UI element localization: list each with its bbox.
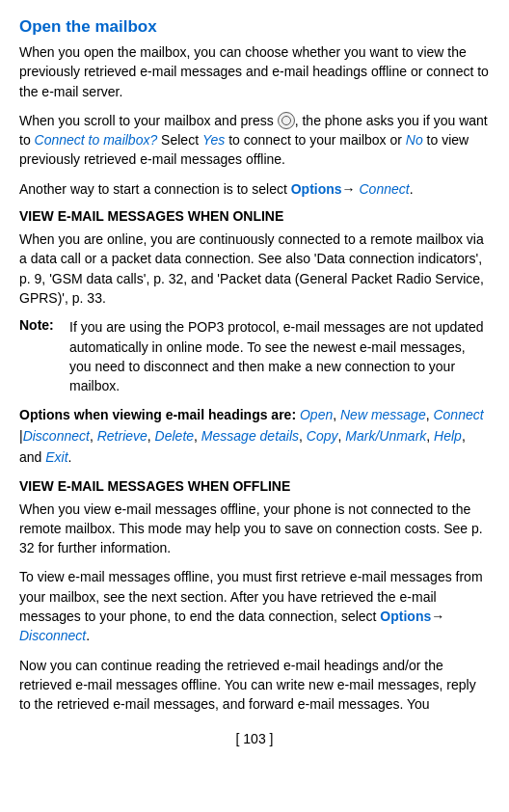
note-label: Note: — [19, 317, 69, 395]
option-disconnect[interactable]: Disconnect — [23, 428, 90, 444]
option-message-details[interactable]: Message details — [201, 428, 299, 444]
section-offline-para3: Now you can continue reading the retriev… — [19, 656, 490, 715]
option-delete[interactable]: Delete — [155, 428, 194, 444]
option-exit[interactable]: Exit — [45, 449, 67, 465]
section-offline-para1: When you view e-mail messages offline, y… — [19, 500, 490, 558]
note-content: If you are using the POP3 protocol, e-ma… — [69, 317, 490, 395]
options-line: Options when viewing e-mail headings are… — [19, 405, 490, 468]
option-new-message[interactable]: New message — [340, 407, 426, 422]
page-footer: [ 103 ] — [19, 731, 490, 746]
options-link-2[interactable]: Options — [380, 609, 431, 624]
option-connect[interactable]: Connect — [433, 407, 483, 422]
option-copy[interactable]: Copy — [307, 428, 338, 444]
section-heading-offline: VIEW E-MAIL MESSAGES WHEN OFFLINE — [19, 478, 490, 494]
paragraph-2: When you scroll to your mailbox and pres… — [19, 111, 490, 170]
section-online-body: When you are online, you are continuousl… — [19, 230, 490, 308]
paragraph-3: Another way to start a connection is to … — [19, 179, 490, 199]
options-line-prefix: Options when viewing e-mail headings are… — [19, 407, 300, 422]
yes-link[interactable]: Yes — [202, 132, 225, 148]
scroll-icon — [278, 112, 295, 129]
option-help[interactable]: Help — [434, 428, 462, 444]
connect-link-1[interactable]: Connect — [359, 181, 409, 197]
options-link-1[interactable]: Options — [291, 181, 342, 197]
section-offline-para2: To view e-mail messages offline, you mus… — [19, 567, 490, 645]
option-mark-unmark[interactable]: Mark/Unmark — [345, 428, 426, 444]
option-retrieve[interactable]: Retrieve — [97, 428, 147, 444]
option-open[interactable]: Open — [300, 407, 333, 422]
disconnect-link[interactable]: Disconnect — [19, 628, 86, 643]
no-link[interactable]: No — [406, 132, 423, 148]
connect-mailbox-link[interactable]: Connect to mailbox? — [35, 132, 158, 148]
page-title: Open the mailbox — [19, 17, 490, 37]
note-block: Note: If you are using the POP3 protocol… — [19, 317, 490, 395]
section-heading-online: VIEW E-MAIL MESSAGES WHEN ONLINE — [19, 208, 490, 224]
paragraph-1: When you open the mailbox, you can choos… — [19, 42, 490, 101]
